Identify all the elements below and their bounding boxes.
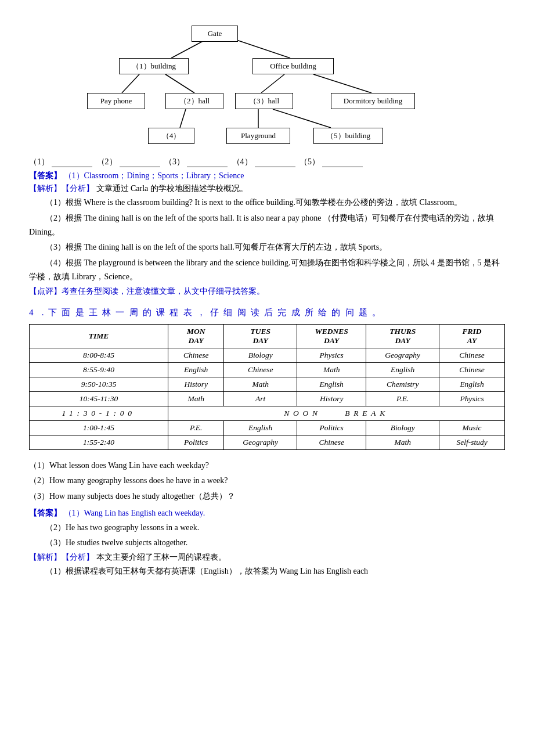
box3-hall: （3）hall	[235, 93, 293, 109]
cell: Chinese	[439, 362, 505, 377]
analysis1-item2: （2）根据 The dining hall is on the left of …	[29, 211, 505, 239]
gate-box: Gate	[192, 26, 238, 42]
cell: Math	[168, 391, 224, 406]
analysis1-intro: 文章通过 Carla 的学校地图描述学校概况。	[96, 184, 248, 193]
svg-line-8	[273, 109, 331, 128]
col-wednes: WEDNESDAY	[297, 324, 366, 348]
blank1	[52, 167, 92, 167]
cell: English	[439, 377, 505, 391]
analysis4-item1: （1）根据课程表可知王林每天都有英语课（English），故答案为 Wang L…	[29, 564, 505, 578]
answer1-label: 【答案】	[29, 171, 62, 180]
time-cell: 11:30-1:00	[30, 406, 168, 420]
cell: Music	[439, 420, 505, 435]
cell: P.E.	[168, 420, 224, 435]
cell: Politics	[168, 435, 224, 449]
diagram-section: Gate （1）building Office building Pay pho…	[29, 23, 505, 297]
col-mon: MONDAY	[168, 324, 224, 348]
noon-break-row: 11:30-1:00 NOON BREAK	[30, 406, 505, 420]
cell: Chinese	[168, 348, 224, 362]
cell: English	[168, 362, 224, 377]
cell: Geography	[366, 348, 439, 362]
table-row: 8:55-9:40 English Chinese Math English C…	[30, 362, 505, 377]
section4-number: 4	[29, 308, 35, 317]
box5-building: （5）building	[313, 128, 383, 144]
time-cell: 1:00-1:45	[30, 420, 168, 435]
questions4-list: （1）What lesson does Wang Lin have each w…	[29, 458, 505, 505]
blank3	[187, 167, 228, 167]
blank5	[322, 167, 363, 167]
svg-line-3	[165, 74, 194, 93]
svg-line-0	[171, 39, 206, 58]
cell: Math	[224, 377, 297, 391]
playground-box: Playground	[226, 128, 290, 144]
office-building-box: Office building	[252, 58, 334, 74]
analysis1-header: 【解析】【分析】 文章通过 Carla 的学校地图描述学校概况。	[29, 183, 505, 194]
analysis1-item3: （3）根据 The dining hall is on the left of …	[29, 240, 505, 254]
cell: Physics	[439, 391, 505, 406]
answer1-text: （1）Classroom；Dining；Sports；Library；Scien…	[64, 171, 244, 180]
cell: History	[168, 377, 224, 391]
analysis4-header: 【解析】【分析】 本文主要介绍了王林一周的课程表。	[29, 552, 505, 563]
question4-1: （1）What lesson does Wang Lin have each w…	[29, 458, 505, 474]
payphone-box: Pay phone	[87, 93, 145, 109]
section4-text: ．下 面 是 王 林 一 周 的 课 程 表 ， 仔 细 阅 读 后 完 成 所…	[38, 308, 383, 317]
col-time: TIME	[30, 324, 168, 348]
cell: Self-study	[439, 435, 505, 449]
cell: Geography	[224, 435, 297, 449]
cell: Chinese	[439, 348, 505, 362]
analysis1-item1: （1）根据 Where is the classroom building? I…	[29, 196, 505, 210]
time-cell: 10:45-11:30	[30, 391, 168, 406]
cell: History	[297, 391, 366, 406]
table-header-row: TIME MONDAY TUESDAY WEDNESDAY THURSDAY F…	[30, 324, 505, 348]
col-tues: TUESDAY	[224, 324, 297, 348]
analysis1-label: 【解析】【分析】	[29, 184, 94, 193]
svg-line-6	[180, 109, 186, 128]
pinping1-block: 【点评】考查任务型阅读，注意读懂文章，从文中仔细寻找答案。	[29, 286, 505, 297]
section4: 4 ．下 面 是 王 林 一 周 的 课 程 表 ， 仔 细 阅 读 后 完 成…	[29, 307, 505, 578]
svg-line-1	[235, 39, 290, 58]
answer4-item2: （2）He has two geography lessons in a wee…	[29, 521, 505, 535]
pinping1-text: 【点评】考查任务型阅读，注意读懂文章，从文中仔细寻找答案。	[29, 287, 265, 296]
cell: Biology	[366, 420, 439, 435]
answer4-item3: （3）He studies twelve subjects altogether…	[29, 536, 505, 550]
time-cell: 8:00-8:45	[30, 348, 168, 362]
analysis4-label: 【解析】【分析】	[29, 553, 94, 561]
svg-line-2	[122, 74, 139, 93]
timetable: TIME MONDAY TUESDAY WEDNESDAY THURSDAY F…	[29, 324, 505, 450]
answer4-label: 【答案】	[29, 509, 62, 517]
diagram-container: Gate （1）building Office building Pay pho…	[64, 23, 470, 151]
answer1-block: 【答案】 （1）Classroom；Dining；Sports；Library；…	[29, 171, 505, 181]
question1-blanks-line: （1） （2） （3） （4） （5）	[29, 157, 505, 167]
time-cell: 9:50-10:35	[30, 377, 168, 391]
box2-hall: （2）hall	[165, 93, 223, 109]
table-row: 1:00-1:45 P.E. English Politics Biology …	[30, 420, 505, 435]
cell: Chinese	[224, 362, 297, 377]
cell: Math	[297, 362, 366, 377]
svg-line-4	[261, 74, 284, 93]
cell: Politics	[297, 420, 366, 435]
cell: P.E.	[366, 391, 439, 406]
question4-2: （2）How many geography lessons does he ha…	[29, 473, 505, 489]
box1-building: （1）building	[119, 58, 189, 74]
analysis1-item4: （4）根据 The playground is between the libr…	[29, 256, 505, 284]
noon-break-cell: NOON BREAK	[168, 406, 505, 420]
time-cell: 8:55-9:40	[30, 362, 168, 377]
cell: Biology	[224, 348, 297, 362]
cell: Physics	[297, 348, 366, 362]
section4-heading: 4 ．下 面 是 王 林 一 周 的 课 程 表 ， 仔 细 阅 读 后 完 成…	[29, 307, 505, 318]
time-cell: 1:55-2:40	[30, 435, 168, 449]
cell: English	[224, 420, 297, 435]
cell: Chemistry	[366, 377, 439, 391]
question4-3: （3）How many subjects does he study altog…	[29, 489, 505, 505]
svg-line-5	[313, 74, 371, 93]
blank4	[255, 167, 295, 167]
blank2	[120, 167, 160, 167]
cell: Art	[224, 391, 297, 406]
col-frid: FRIDAY	[439, 324, 505, 348]
table-row: 9:50-10:35 History Math English Chemistr…	[30, 377, 505, 391]
cell: Chinese	[297, 435, 366, 449]
answer4-block: 【答案】 （1）Wang Lin has English each weekda…	[29, 508, 505, 519]
table-row: 1:55-2:40 Politics Geography Chinese Mat…	[30, 435, 505, 449]
dormitory-box: Dormitory building	[331, 93, 415, 109]
table-row: 10:45-11:30 Math Art History P.E. Physic…	[30, 391, 505, 406]
